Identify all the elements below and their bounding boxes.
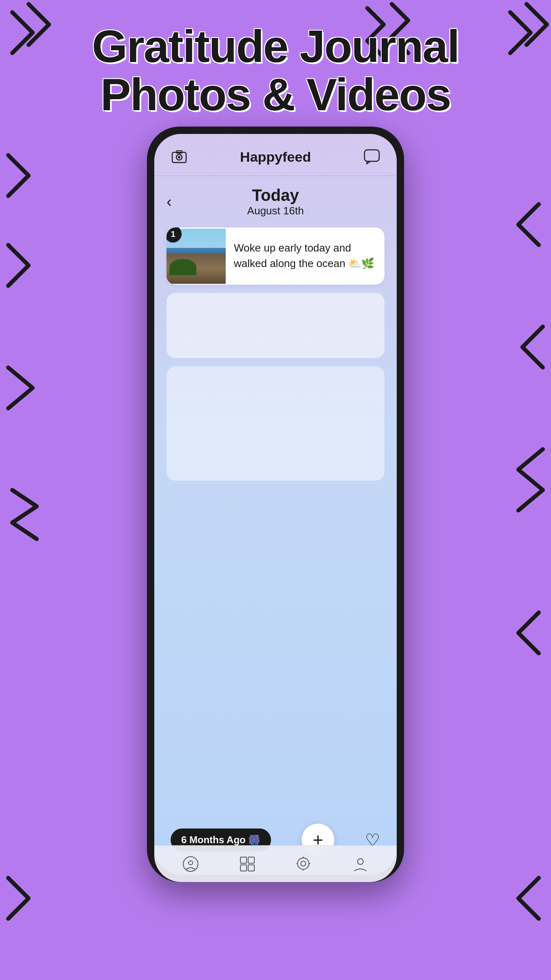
camera-icon[interactable] [169,146,190,167]
empty-entry-card-1[interactable] [167,293,384,358]
journal-entry-card[interactable]: 1 Woke up early today and walked along t… [167,227,384,285]
app-header: Happyfeed [154,134,397,176]
svg-point-5 [183,857,198,871]
app-promo-header: Gratitude Journal Photos & Videos [0,22,551,118]
nav-account[interactable] [352,855,369,873]
today-title: Today [167,186,384,205]
svg-rect-7 [240,857,247,863]
nav-grid[interactable] [239,855,256,873]
svg-point-11 [298,858,309,869]
phone-screen: Happyfeed ‹ Today August 16th 1 [154,134,397,875]
months-ago-label: 6 Months Ago 🎆 [181,834,260,846]
chat-icon[interactable] [361,146,382,167]
empty-entry-card-2[interactable] [167,366,384,481]
svg-point-12 [301,861,306,866]
svg-point-3 [178,156,180,158]
today-info: Today August 16th [167,186,384,217]
today-date: August 16th [167,205,384,217]
bottom-nav-bar [154,845,397,882]
svg-point-17 [358,859,363,864]
content-area: ‹ Today August 16th 1 Woke up early toda… [154,176,397,499]
nav-search[interactable] [295,855,312,873]
svg-point-6 [189,861,193,865]
today-header: ‹ Today August 16th [167,186,384,217]
app-title: Happyfeed [240,149,311,165]
phone-frame: Happyfeed ‹ Today August 16th 1 [147,127,404,882]
back-button[interactable]: ‹ [167,193,172,211]
svg-rect-10 [248,865,254,871]
nav-home[interactable] [182,855,199,873]
svg-rect-9 [240,865,247,871]
entry-text: Woke up early today and walked along the… [226,233,384,278]
promo-title-line1: Gratitude Journal [0,22,551,71]
svg-rect-8 [248,857,254,863]
svg-rect-4 [364,150,379,161]
promo-title-line2: Photos & Videos [0,71,551,119]
